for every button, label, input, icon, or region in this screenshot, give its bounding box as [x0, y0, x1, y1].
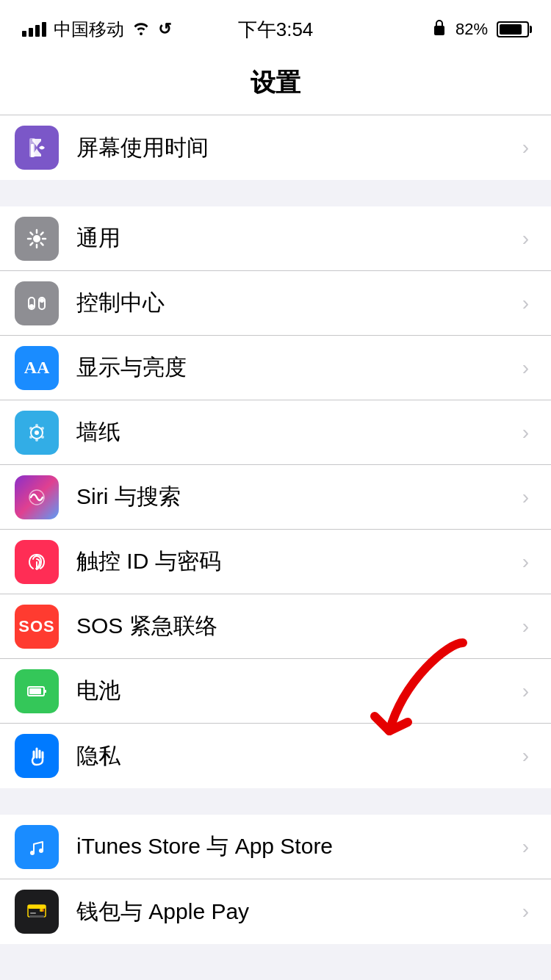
svg-point-3 — [33, 235, 40, 242]
control-center-label: 控制中心 — [76, 288, 522, 318]
siri-label: Siri 与搜索 — [76, 482, 522, 512]
svg-rect-23 — [28, 905, 46, 909]
settings-item-display[interactable]: AA 显示与亮度 › — [0, 336, 551, 400]
status-bar: 中国移动 ↺ 下午3:54 82% — [0, 0, 551, 59]
settings-item-wallpaper[interactable]: 墙纸 › — [0, 400, 551, 465]
settings-item-itunes[interactable]: iTunes Store 与 App Store › — [0, 815, 551, 879]
display-chevron: › — [522, 356, 529, 380]
touchid-label: 触控 ID 与密码 — [76, 547, 522, 577]
svg-rect-26 — [40, 909, 43, 912]
control-center-chevron: › — [522, 292, 529, 315]
screen-time-chevron: › — [522, 136, 529, 159]
screen-time-label: 屏幕使用时间 — [76, 133, 522, 163]
settings-item-screen-time[interactable]: 屏幕使用时间 › — [0, 115, 551, 180]
hotspot-icon: ↺ — [158, 20, 171, 39]
wallet-label: 钱包与 Apple Pay — [76, 897, 522, 927]
status-right: 82% — [432, 18, 529, 40]
svg-point-7 — [40, 298, 44, 303]
settings-item-battery[interactable]: 电池 › — [0, 659, 551, 724]
svg-point-21 — [39, 849, 43, 853]
wallpaper-icon — [15, 411, 59, 455]
main-settings-group: 通用 › 控制中心 › AA 显示与亮度 › — [0, 206, 551, 788]
settings-item-sos[interactable]: SOS SOS 紧急联络 › — [0, 594, 551, 659]
svg-rect-24 — [30, 912, 36, 914]
status-time: 下午3:54 — [238, 17, 314, 43]
settings-item-control-center[interactable]: 控制中心 › — [0, 271, 551, 336]
sos-icon: SOS — [15, 605, 59, 649]
signal-bars — [22, 22, 46, 37]
wallet-chevron: › — [522, 900, 529, 923]
signal-bar-4 — [42, 22, 46, 37]
divider-1 — [0, 180, 551, 206]
svg-point-11 — [41, 427, 44, 430]
svg-point-20 — [30, 851, 35, 855]
bottom-settings-group: iTunes Store 与 App Store › 钱包与 Apple Pay… — [0, 815, 551, 944]
svg-rect-27 — [29, 915, 44, 918]
wallpaper-chevron: › — [522, 421, 529, 444]
divider-2 — [0, 788, 551, 815]
battery-fill — [500, 24, 522, 35]
svg-point-5 — [29, 304, 34, 309]
svg-rect-18 — [44, 690, 46, 693]
battery-percent: 82% — [455, 20, 488, 39]
itunes-icon — [15, 825, 59, 869]
lock-icon — [432, 18, 447, 40]
itunes-chevron: › — [522, 835, 529, 859]
battery-label: 电池 — [76, 676, 522, 706]
display-label: 显示与亮度 — [76, 353, 522, 383]
svg-point-9 — [35, 430, 39, 435]
privacy-label: 隐私 — [76, 741, 522, 771]
battery-settings-icon — [15, 669, 59, 713]
svg-point-12 — [29, 436, 32, 439]
svg-rect-0 — [434, 26, 444, 35]
sos-label: SOS 紧急联络 — [76, 611, 522, 641]
general-chevron: › — [522, 227, 529, 251]
sos-text: SOS — [18, 617, 54, 636]
battery-icon — [497, 21, 529, 37]
settings-item-wallet[interactable]: 钱包与 Apple Pay › — [0, 879, 551, 944]
sos-chevron: › — [522, 615, 529, 638]
wifi-icon — [132, 18, 151, 41]
signal-bar-1 — [22, 31, 26, 37]
battery-chevron: › — [522, 680, 529, 703]
signal-bar-2 — [29, 28, 33, 37]
siri-icon — [15, 475, 59, 519]
privacy-icon — [15, 734, 59, 778]
touchid-chevron: › — [522, 550, 529, 574]
touchid-icon — [15, 540, 59, 584]
status-left: 中国移动 ↺ — [22, 18, 171, 41]
siri-chevron: › — [522, 486, 529, 509]
itunes-label: iTunes Store 与 App Store — [76, 832, 522, 862]
wallpaper-label: 墙纸 — [76, 417, 522, 447]
settings-item-general[interactable]: 通用 › — [0, 206, 551, 271]
svg-point-14 — [35, 424, 38, 427]
svg-rect-19 — [29, 688, 41, 694]
general-label: 通用 — [76, 223, 522, 253]
svg-point-15 — [35, 439, 38, 442]
top-settings-group: 屏幕使用时间 › — [0, 115, 551, 180]
svg-point-13 — [41, 436, 44, 439]
display-icon: AA — [15, 346, 59, 390]
wallet-icon — [15, 890, 59, 934]
settings-item-privacy[interactable]: 隐私 › — [0, 724, 551, 788]
privacy-chevron: › — [522, 744, 529, 768]
control-center-icon — [15, 281, 59, 325]
signal-bar-3 — [35, 25, 40, 37]
screen-time-icon — [15, 126, 59, 170]
settings-item-touchid[interactable]: 触控 ID 与密码 › — [0, 530, 551, 594]
general-icon — [15, 217, 59, 261]
carrier-label: 中国移动 — [54, 18, 124, 41]
svg-point-10 — [29, 427, 32, 430]
page-title: 设置 — [0, 59, 551, 115]
settings-item-siri[interactable]: Siri 与搜索 › — [0, 465, 551, 530]
